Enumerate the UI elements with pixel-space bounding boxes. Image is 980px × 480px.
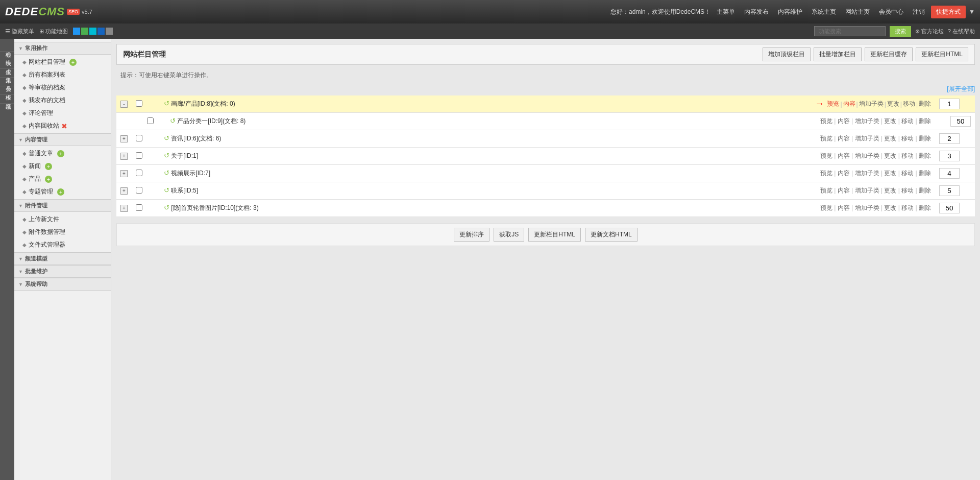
expand-btn-3[interactable]: + (120, 153, 128, 160)
add-top-category-btn[interactable]: 增加顶级栏目 (763, 47, 811, 61)
row-checkbox-3[interactable] (136, 152, 142, 159)
refresh-icon-4[interactable]: ↺ (164, 169, 169, 177)
color-box-darkblue[interactable] (97, 28, 105, 35)
tab-member[interactable]: 会员 (0, 78, 14, 86)
order-input-3[interactable] (939, 151, 960, 161)
func-map-btn[interactable]: ⊞ 功能地图 (39, 28, 68, 35)
order-input-1[interactable] (939, 99, 960, 109)
action-content-6[interactable]: 内容 (838, 204, 850, 211)
update-doc-html-btn[interactable]: 更新文档HTML (585, 228, 638, 242)
nav-website-home[interactable]: 网站主页 (842, 7, 873, 17)
nav-main-menu[interactable]: 主菜单 (714, 7, 738, 17)
action-add-sub-1[interactable]: 增加子类 (859, 100, 884, 108)
order-input-2[interactable] (939, 133, 960, 144)
action-content-1[interactable]: 内容 (843, 100, 855, 108)
action-move-5[interactable]: 移动 (901, 187, 914, 194)
add-news-icon[interactable]: + (45, 163, 52, 170)
action-edit-6[interactable]: 更改 (884, 204, 896, 211)
update-category-html-btn[interactable]: 更新栏目HTML (916, 47, 968, 61)
tab-collect[interactable]: 采集 (0, 69, 14, 78)
refresh-icon-sub[interactable]: ↺ (170, 117, 176, 125)
menu-all-archives[interactable]: ◆ 所有档案列表 (14, 68, 111, 81)
action-preview-1[interactable]: 预览 (827, 100, 839, 108)
action-delete-6[interactable]: 删除 (919, 204, 931, 211)
menu-comments[interactable]: ◆ 评论管理 (14, 107, 111, 119)
tab-core[interactable]: 核心 (0, 43, 14, 52)
tab-system[interactable]: 系统 (0, 95, 14, 104)
refresh-icon-5[interactable]: ↺ (164, 186, 169, 194)
hide-menu-btn[interactable]: ☰ 隐藏菜单 (5, 28, 34, 35)
action-move-3[interactable]: 移动 (901, 152, 914, 159)
row-checkbox-6[interactable] (136, 204, 142, 211)
action-preview-6[interactable]: 预览 (820, 204, 832, 211)
row-checkbox-1[interactable] (136, 100, 142, 107)
update-cat-html-btn[interactable]: 更新栏目HTML (528, 228, 581, 242)
action-delete-sub[interactable]: 删除 (919, 117, 931, 125)
update-sort-btn[interactable]: 更新排序 (454, 228, 489, 242)
del-recycle-icon[interactable]: ✖ (61, 122, 67, 130)
expand-btn-4[interactable]: + (120, 170, 128, 177)
order-input-6[interactable] (939, 203, 960, 213)
refresh-icon-2[interactable]: ↺ (164, 134, 169, 142)
action-edit-4[interactable]: 更改 (884, 170, 896, 177)
action-move-4[interactable]: 移动 (901, 170, 914, 177)
refresh-icon-1[interactable]: ↺ (164, 100, 169, 107)
action-add-sub-6[interactable]: 增加子类 (855, 204, 879, 211)
get-js-btn[interactable]: 获取JS (494, 228, 524, 242)
add-special-icon[interactable]: + (57, 188, 64, 196)
action-add-sub-5[interactable]: 增加子类 (855, 187, 879, 194)
action-preview-4[interactable]: 预览 (820, 170, 832, 177)
color-box-cyan[interactable] (89, 28, 96, 35)
expand-btn-1[interactable]: - (120, 101, 128, 108)
action-add-sub-4[interactable]: 增加子类 (855, 170, 879, 177)
action-preview-5[interactable]: 预览 (820, 187, 832, 194)
kuaijie-button[interactable]: 快捷方式 (931, 6, 966, 18)
add-product-icon[interactable]: + (45, 176, 52, 183)
action-edit-2[interactable]: 更改 (884, 135, 896, 142)
menu-file-manager[interactable]: ◆ 文件式管理器 (14, 238, 111, 251)
nav-member-center[interactable]: 会员中心 (876, 7, 906, 17)
menu-pending-archives[interactable]: ◆ 等审核的档案 (14, 81, 111, 94)
action-move-6[interactable]: 移动 (901, 204, 914, 211)
menu-attachment-data[interactable]: ◆ 附件数据管理 (14, 226, 111, 238)
menu-recycle[interactable]: ◆ 内容回收站 ✖ (14, 119, 111, 132)
expand-btn-5[interactable]: + (120, 187, 128, 195)
expand-btn-2[interactable]: + (120, 135, 128, 142)
order-input-4[interactable] (939, 168, 960, 179)
action-content-4[interactable]: 内容 (838, 170, 850, 177)
section-channel-model[interactable]: ▼ 频道模型 (14, 252, 111, 265)
action-edit-1[interactable]: 更改 (887, 100, 899, 108)
menu-news[interactable]: ◆ 新闻 + (14, 160, 111, 173)
action-add-sub-2[interactable]: 增加子类 (855, 135, 879, 142)
add-normal-article-icon[interactable]: + (57, 150, 64, 157)
action-content-sub[interactable]: 内容 (838, 117, 850, 125)
menu-site-category[interactable]: ◆ 网站栏目管理 + (14, 56, 111, 68)
tab-template[interactable]: 模板 (0, 86, 14, 95)
color-box-green[interactable] (81, 28, 88, 35)
action-delete-5[interactable]: 删除 (919, 187, 931, 194)
batch-add-category-btn[interactable]: 批量增加栏目 (814, 47, 862, 61)
order-input-5[interactable] (939, 185, 960, 196)
action-add-sub-sub[interactable]: 增加子类 (855, 117, 879, 125)
action-edit-sub[interactable]: 更改 (884, 117, 896, 125)
search-button[interactable]: 搜索 (890, 26, 911, 37)
tab-module[interactable]: 模块 (0, 52, 14, 60)
refresh-icon-6[interactable]: ↺ (164, 204, 169, 211)
action-delete-4[interactable]: 删除 (919, 170, 931, 177)
action-edit-5[interactable]: 更改 (884, 187, 896, 194)
action-content-2[interactable]: 内容 (838, 135, 850, 142)
nav-content-publish[interactable]: 内容发布 (741, 7, 772, 17)
action-edit-3[interactable]: 更改 (884, 152, 896, 159)
refresh-icon-3[interactable]: ↺ (164, 152, 169, 159)
action-content-3[interactable]: 内容 (838, 152, 850, 159)
row-checkbox-sub[interactable] (147, 117, 154, 124)
menu-product[interactable]: ◆ 产品 + (14, 173, 111, 185)
order-input-sub[interactable] (950, 116, 971, 127)
action-content-5[interactable]: 内容 (838, 187, 850, 194)
action-delete-3[interactable]: 删除 (919, 152, 931, 159)
menu-upload-file[interactable]: ◆ 上传新文件 (14, 213, 111, 226)
section-content-mgmt[interactable]: ▼ 内容管理 (14, 133, 111, 146)
search-input[interactable] (814, 26, 886, 36)
action-preview-2[interactable]: 预览 (820, 135, 832, 142)
online-help-link[interactable]: ? 在线帮助 (948, 28, 975, 35)
